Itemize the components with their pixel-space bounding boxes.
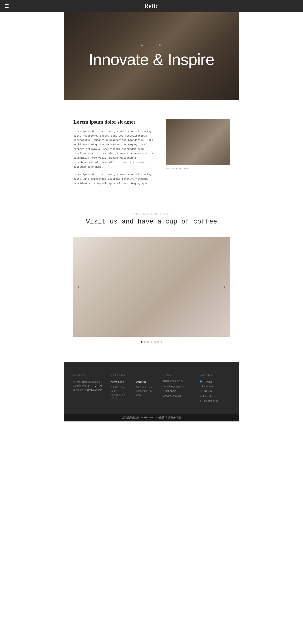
footer-about-text: A Free HTML5 templates created by FREEHT… (74, 380, 104, 392)
link-freehtml5[interactable]: FREEHTML5.CO (163, 380, 193, 383)
footer-connect: CONNECT 🐦 Twitter f Facebook ⌥ Github in… (200, 374, 230, 404)
freehtml5-link[interactable]: FREEHTML5.co (85, 385, 102, 387)
googleplus-icon: g+ (200, 400, 203, 402)
social-github[interactable]: ⌥ Github (200, 390, 230, 393)
footer-links-heading: LINKS (163, 374, 193, 376)
office-ny-name: New York (110, 380, 129, 384)
social-linkedin[interactable]: in LinkedIn (200, 395, 230, 398)
content-paragraph1: Lorem ipsum dolor sit amet, consectetur … (74, 129, 156, 169)
office-ny-addr: 2926 Bleatown Road New York, NY 10016 (110, 386, 129, 400)
link-creativemarket[interactable]: Creative Market (163, 394, 193, 397)
office-title: Visit us and have a cup of coffee (74, 218, 230, 226)
hero-title: Innovate & Inspire (89, 50, 214, 69)
footer-office-alaska: Alaska 1806 Veltri Drive Anchorage, AK 9… (136, 380, 156, 400)
hero-section: ABOUT US Innovate & Inspire (64, 12, 239, 100)
logo: Relic (144, 2, 158, 10)
footer-about-heading: ABOUT (74, 374, 104, 376)
link-smashing[interactable]: Smashingmagazine (163, 385, 193, 388)
footer-links: LINKS FREEHTML5.CO Smashingmagazine A Li… (163, 374, 193, 404)
slider-image (74, 237, 230, 337)
footer-connect-heading: CONNECT (200, 374, 230, 376)
watermark-text: 访问山鸟社区bbs.xieniao.com免费下载更多内容 (122, 416, 182, 419)
social-googleplus[interactable]: g+ Google Plus (200, 400, 230, 402)
footer-office-newyork: New York 2926 Bleatown Road New York, NY… (110, 380, 129, 400)
linkedin-icon: in (200, 395, 202, 398)
social-facebook[interactable]: f Facebook (200, 385, 230, 388)
dot-1[interactable] (140, 341, 142, 343)
office-subtitle: OUR COOL OFFICE (74, 212, 230, 215)
office-ak-name: Alaska (136, 380, 156, 384)
facebook-icon: f (200, 385, 200, 388)
dot-5[interactable] (154, 341, 156, 343)
link-alistapart[interactable]: A List Apart (163, 390, 193, 392)
unsplash-link[interactable]: Unsplash.com (87, 389, 102, 391)
footer-offices: OFFICES New York 2926 Bleatown Road New … (110, 374, 156, 404)
office-section: OUR COOL OFFICE Visit us and have a cup … (64, 203, 239, 237)
twitter-icon: 🐦 (200, 380, 203, 383)
slider-dots (64, 341, 239, 343)
content-heading: Lorem ipsum dolor sit amet (74, 119, 156, 125)
slider-container: ‹ › (74, 237, 230, 337)
content-text-area: Lorem ipsum dolor sit amet Lorem ipsum d… (74, 119, 156, 189)
footer-offices-heading: OFFICES (110, 374, 156, 376)
dot-3[interactable] (147, 341, 149, 343)
footer-about: ABOUT A Free HTML5 templates created by … (74, 374, 104, 404)
dot-6[interactable] (157, 341, 159, 343)
navigation: ☰ Relic (64, 0, 239, 12)
github-icon: ⌥ (200, 390, 203, 393)
social-twitter[interactable]: 🐦 Twitter (200, 380, 230, 383)
dot-2[interactable] (144, 341, 146, 343)
about-content: Lorem ipsum dolor sit amet Lorem ipsum d… (64, 100, 239, 203)
office-ak-addr: 1806 Veltri Drive Anchorage, AK 99503 (136, 386, 156, 397)
dot-4[interactable] (150, 341, 152, 343)
slider-next-button[interactable]: › (221, 281, 228, 293)
slider-prev-button[interactable]: ‹ (75, 281, 82, 293)
dot-7[interactable] (160, 341, 162, 343)
image-caption: This is an image caption (166, 167, 230, 170)
footer-grid: ABOUT A Free HTML5 templates created by … (74, 374, 230, 404)
content-paragraph2: Lorem ipsum dolor sit amet, consectetur … (74, 172, 156, 186)
content-image (166, 119, 230, 165)
footer-offices-grid: New York 2926 Bleatown Road New York, NY… (110, 380, 156, 400)
slider: ‹ › (64, 237, 239, 352)
footer: ABOUT A Free HTML5 templates created by … (64, 362, 239, 414)
watermark-bar: 访问山鸟社区bbs.xieniao.com免费下载更多内容 (64, 414, 239, 422)
content-image-area: This is an image caption (166, 119, 230, 170)
hero-subtitle: ABOUT US (141, 44, 162, 46)
